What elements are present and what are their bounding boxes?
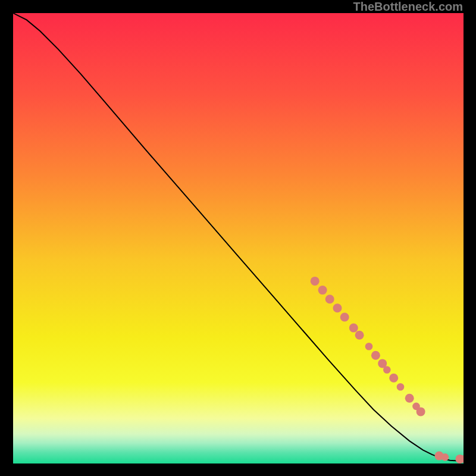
- watermark-text: TheBottleneck.com: [353, 0, 463, 14]
- data-marker: [405, 394, 414, 403]
- data-marker: [441, 453, 449, 461]
- data-marker: [311, 277, 320, 286]
- data-marker: [389, 374, 398, 383]
- chart-svg: [13, 13, 464, 464]
- data-marker: [416, 407, 425, 416]
- data-marker: [340, 313, 349, 322]
- plot-area: [13, 13, 464, 464]
- data-marker: [325, 295, 334, 303]
- data-marker: [365, 343, 373, 350]
- data-marker: [333, 303, 342, 312]
- data-marker: [318, 286, 327, 295]
- data-marker: [355, 331, 364, 340]
- chart-frame: TheBottleneck.com: [0, 0, 476, 476]
- data-marker: [397, 383, 405, 391]
- data-marker: [371, 351, 380, 360]
- data-marker: [383, 366, 391, 374]
- gradient-background: [13, 13, 464, 464]
- data-marker: [349, 324, 358, 333]
